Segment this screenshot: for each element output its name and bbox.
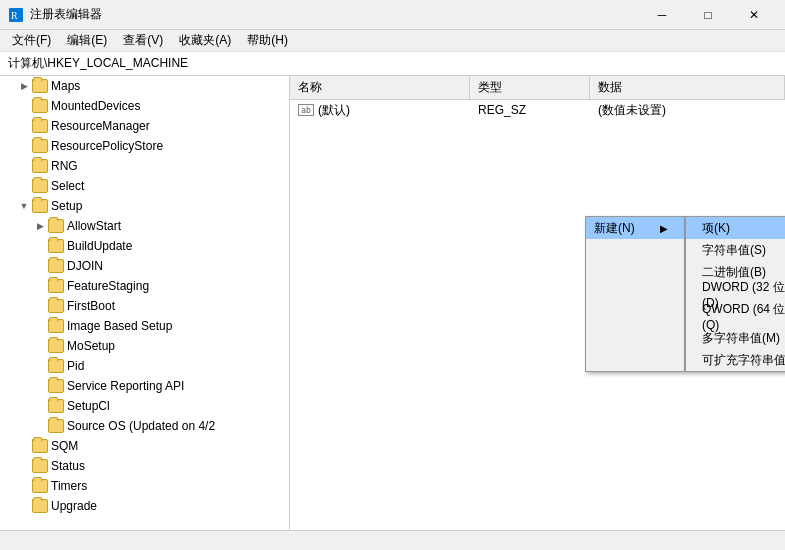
tree-item-policy[interactable]: ResourcePolicyStore [0,136,289,156]
tree-label-status: Status [51,459,85,473]
tree-item-allowstart[interactable]: ▶ AllowStart [0,216,289,236]
tree-item-imagebasedsetup[interactable]: Image Based Setup [0,316,289,336]
menu-view[interactable]: 查看(V) [115,30,171,51]
cell-name: ab (默认) [290,102,470,119]
folder-icon-allowstart [48,219,64,233]
maximize-button[interactable]: □ [685,0,731,30]
expand-icon-allowstart: ▶ [32,218,48,234]
tree-item-setupcl[interactable]: SetupCl [0,396,289,416]
tree-item-resource[interactable]: ResourceManager [0,116,289,136]
expand-icon-resource [16,118,32,134]
tree-item-featurestaging[interactable]: FeatureStaging [0,276,289,296]
tree-label-mosetup: MoSetup [67,339,115,353]
tree-item-sourceos[interactable]: Source OS (Updated on 4/2 [0,416,289,436]
tree-item-mosetup[interactable]: MoSetup [0,336,289,356]
address-bar: 计算机\HKEY_LOCAL_MACHINE [0,52,785,76]
expand-icon-mounted [16,98,32,114]
folder-icon-djoin [48,259,64,273]
tree-label-sqm: SQM [51,439,78,453]
submenu-item-qword-label: QWORD (64 位值(Q) [702,301,785,332]
expand-icon-setupcl [32,398,48,414]
expand-icon-policy [16,138,32,154]
expand-icon-select [16,178,32,194]
address-text: 计算机\HKEY_LOCAL_MACHINE [8,55,188,72]
tree-item-sqm[interactable]: SQM [0,436,289,456]
folder-icon-servicereporting [48,379,64,393]
expand-icon-firstboot [32,298,48,314]
tree-label-mounted: MountedDevices [51,99,140,113]
expand-icon-imagebasedsetup [32,318,48,334]
submenu-item-expand-label: 可扩充字符串值(E) [702,352,785,369]
title-bar-left: R 注册表编辑器 [8,6,102,23]
tree-item-servicereporting[interactable]: Service Reporting API [0,376,289,396]
submenu-item-expand[interactable]: 可扩充字符串值(E) [686,349,785,371]
tree-item-select[interactable]: Select [0,176,289,196]
tree-item-rng[interactable]: RNG [0,156,289,176]
folder-icon-upgrade [32,499,48,513]
tree-panel[interactable]: ▶ Maps MountedDevices ResourceManager Re… [0,76,290,530]
tree-label-upgrade: Upgrade [51,499,97,513]
column-header-data[interactable]: 数据 [590,76,785,99]
menu-file[interactable]: 文件(F) [4,30,59,51]
minimize-button[interactable]: ─ [639,0,685,30]
main-content: ▶ Maps MountedDevices ResourceManager Re… [0,76,785,530]
tree-item-maps[interactable]: ▶ Maps [0,76,289,96]
tree-item-pid[interactable]: Pid [0,356,289,376]
expand-icon-setup: ▼ [16,198,32,214]
folder-icon-timers [32,479,48,493]
title-bar: R 注册表编辑器 ─ □ ✕ [0,0,785,30]
cell-name-text: (默认) [318,102,350,119]
folder-icon-sourceos [48,419,64,433]
folder-icon-setup [32,199,48,213]
expand-icon-servicereporting [32,378,48,394]
expand-icon-status [16,458,32,474]
submenu-item-string[interactable]: 字符串值(S) [686,239,785,261]
tree-item-status[interactable]: Status [0,456,289,476]
menu-help[interactable]: 帮助(H) [239,30,296,51]
folder-icon-maps [32,79,48,93]
tree-item-mounted[interactable]: MountedDevices [0,96,289,116]
tree-item-firstboot[interactable]: FirstBoot [0,296,289,316]
tree-label-servicereporting: Service Reporting API [67,379,184,393]
ctx-item-new[interactable]: 新建(N) ▶ [586,217,684,239]
tree-item-setup[interactable]: ▼ Setup [0,196,289,216]
tree-label-resource: ResourceManager [51,119,150,133]
tree-item-timers[interactable]: Timers [0,476,289,496]
folder-icon-rng [32,159,48,173]
cell-type: REG_SZ [470,103,590,117]
context-menu: 新建(N) ▶ [585,216,685,372]
expand-icon-upgrade [16,498,32,514]
tree-item-djoin[interactable]: DJOIN [0,256,289,276]
tree-label-featurestaging: FeatureStaging [67,279,149,293]
column-header-name[interactable]: 名称 [290,76,470,99]
submenu-item-qword[interactable]: QWORD (64 位值(Q) [686,305,785,327]
submenu-item-multi[interactable]: 多字符串值(M) [686,327,785,349]
ctx-item-new-label: 新建(N) [594,220,635,237]
tree-label-imagebasedsetup: Image Based Setup [67,319,172,333]
cell-data: (数值未设置) [590,102,785,119]
menu-favorites[interactable]: 收藏夹(A) [171,30,239,51]
menu-edit[interactable]: 编辑(E) [59,30,115,51]
folder-icon-featurestaging [48,279,64,293]
folder-icon-select [32,179,48,193]
tree-item-upgrade[interactable]: Upgrade [0,496,289,516]
tree-label-setup: Setup [51,199,82,213]
folder-icon-sqm [32,439,48,453]
window-title: 注册表编辑器 [30,6,102,23]
tree-label-buildupdate: BuildUpdate [67,239,132,253]
table-row[interactable]: ab (默认) REG_SZ (数值未设置) [290,100,785,120]
submenu-item-key[interactable]: 项(K) [686,217,785,239]
submenu-item-key-label: 项(K) [702,220,730,237]
column-header-type[interactable]: 类型 [470,76,590,99]
expand-icon-sqm [16,438,32,454]
folder-icon-imagebasedsetup [48,319,64,333]
folder-icon-mounted [32,99,48,113]
tree-label-firstboot: FirstBoot [67,299,115,313]
submenu-arrow-icon: ▶ [660,223,668,234]
folder-icon-mosetup [48,339,64,353]
expand-icon-featurestaging [32,278,48,294]
tree-label-maps: Maps [51,79,80,93]
app-icon: R [8,7,24,23]
tree-item-buildupdate[interactable]: BuildUpdate [0,236,289,256]
close-button[interactable]: ✕ [731,0,777,30]
